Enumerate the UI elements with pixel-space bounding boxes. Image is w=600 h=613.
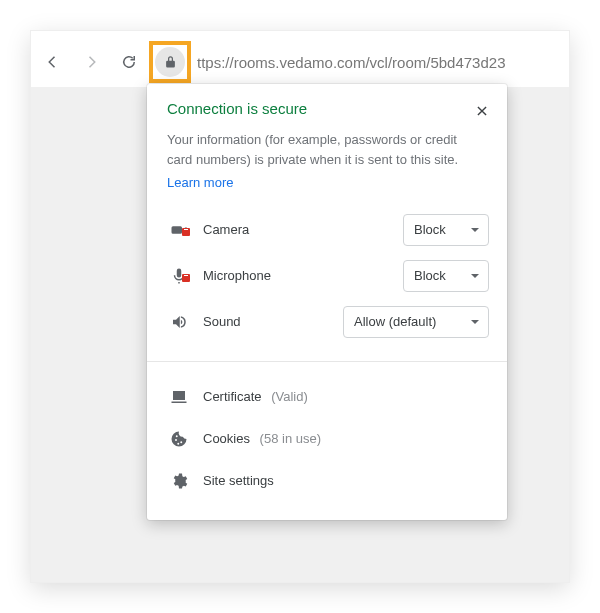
sound-icon xyxy=(165,313,193,331)
permission-row-microphone: Microphone Block xyxy=(165,253,489,299)
site-info-popover: Connection is secure Your information (f… xyxy=(147,84,507,520)
divider xyxy=(147,361,507,362)
certificate-row[interactable]: Certificate (Valid) xyxy=(165,376,489,418)
permission-label: Sound xyxy=(193,314,343,329)
cookies-status: (58 in use) xyxy=(260,431,321,446)
arrow-left-icon xyxy=(44,53,62,71)
select-value: Block xyxy=(414,268,446,283)
microphone-icon xyxy=(165,267,193,285)
learn-more-link[interactable]: Learn more xyxy=(167,173,233,193)
reload-icon xyxy=(120,53,138,71)
permission-label: Camera xyxy=(193,222,403,237)
back-button[interactable] xyxy=(39,48,67,76)
popover-title: Connection is secure xyxy=(167,100,471,117)
site-info-button[interactable] xyxy=(153,45,187,79)
certificate-status: (Valid) xyxy=(271,389,308,404)
microphone-permission-select[interactable]: Block xyxy=(403,260,489,292)
permission-label: Microphone xyxy=(193,268,403,283)
gear-icon xyxy=(165,472,193,490)
page-content: Connection is secure Your information (f… xyxy=(31,87,569,582)
popover-description-text: Your information (for example, passwords… xyxy=(167,132,458,167)
browser-toolbar: ttps://rooms.vedamo.com/vcl/room/5bd473d… xyxy=(31,45,569,79)
arrow-right-icon xyxy=(82,53,100,71)
cookies-label: Cookies xyxy=(203,431,250,446)
chevron-down-icon xyxy=(470,225,480,235)
camera-icon xyxy=(165,221,193,239)
permission-row-sound: Sound Allow (default) xyxy=(165,299,489,345)
camera-permission-select[interactable]: Block xyxy=(403,214,489,246)
chevron-down-icon xyxy=(470,271,480,281)
close-icon xyxy=(475,104,489,118)
certificate-icon xyxy=(165,388,193,406)
blocked-badge-icon xyxy=(182,274,190,282)
chevron-down-icon xyxy=(470,317,480,327)
reload-button[interactable] xyxy=(115,48,143,76)
cookie-icon xyxy=(165,430,193,448)
blocked-badge-icon xyxy=(182,228,190,236)
sound-permission-select[interactable]: Allow (default) xyxy=(343,306,489,338)
forward-button[interactable] xyxy=(77,48,105,76)
select-value: Block xyxy=(414,222,446,237)
site-settings-label: Site settings xyxy=(203,473,274,488)
certificate-label: Certificate xyxy=(203,389,262,404)
cookies-row[interactable]: Cookies (58 in use) xyxy=(165,418,489,460)
omnibox-url[interactable]: ttps://rooms.vedamo.com/vcl/room/5bd473d… xyxy=(197,54,569,71)
select-value: Allow (default) xyxy=(354,314,436,329)
site-settings-row[interactable]: Site settings xyxy=(165,460,489,502)
permission-row-camera: Camera Block xyxy=(165,207,489,253)
close-button[interactable] xyxy=(471,100,493,122)
lock-icon xyxy=(163,55,178,70)
popover-description: Your information (for example, passwords… xyxy=(147,122,507,193)
